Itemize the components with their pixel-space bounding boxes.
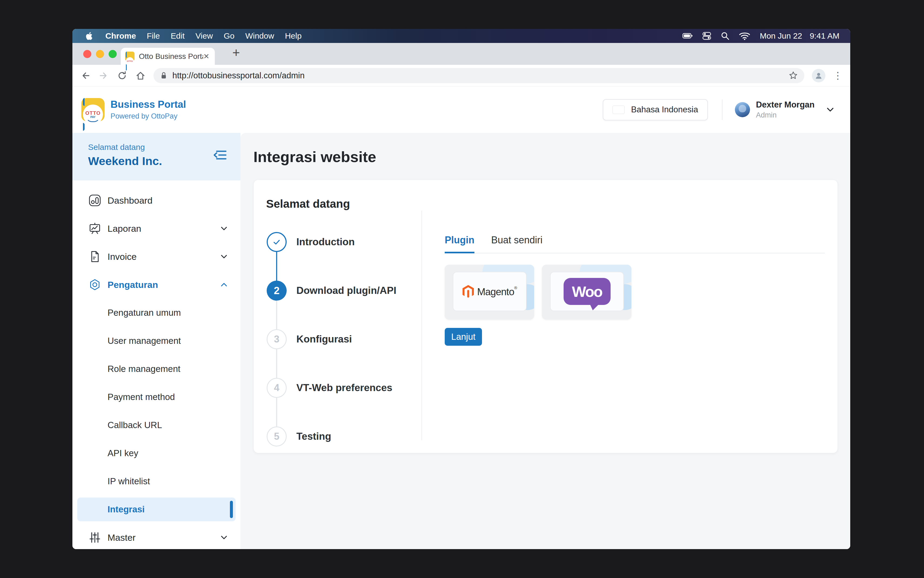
step-introduction[interactable]: Introduction (266, 218, 421, 266)
step-label: VT-Web preferences (296, 382, 392, 393)
battery-icon[interactable] (682, 32, 693, 39)
reload-button[interactable] (117, 70, 128, 81)
sidebar-item-master[interactable]: Master (72, 523, 240, 549)
apple-menu[interactable] (86, 32, 93, 40)
sidebar-item-pengaturan[interactable]: Pengaturan (72, 271, 240, 299)
wifi-icon[interactable] (739, 32, 750, 40)
menubar-item-edit[interactable]: Edit (171, 31, 185, 41)
sidebar-item-label: Laporan (107, 223, 141, 234)
dashboard-icon (89, 194, 101, 207)
invoice-icon (89, 250, 101, 263)
sidebar-subitem-integrasi-active[interactable]: Integrasi (77, 497, 235, 521)
menubar-time[interactable]: 9:41 AM (810, 31, 840, 41)
sliders-icon (89, 531, 101, 544)
sidebar-item-invoice[interactable]: Invoice (72, 242, 240, 271)
user-menu-button[interactable] (826, 106, 835, 113)
ottopay-favicon: OTTO (125, 52, 135, 61)
zoom-window-button[interactable] (109, 50, 117, 58)
sidebar-subitem-callback-url[interactable]: Callback URL (72, 411, 240, 439)
collapse-sidebar-icon (213, 149, 227, 161)
browser-tabstrip: OTTO Otto Business Portal ✕ + (72, 43, 850, 65)
address-bar[interactable]: http://ottobusinessportal.com/admin (153, 68, 804, 83)
sidebar-item-label: Dashboard (107, 195, 153, 206)
user-name: Dexter Morgan (756, 100, 815, 110)
user-avatar[interactable] (735, 102, 750, 117)
sidebar-item-dashboard[interactable]: Dashboard (72, 187, 240, 214)
menubar-item-chrome[interactable]: Chrome (106, 31, 136, 41)
magento-logo: Magento® (463, 285, 517, 298)
menubar-item-help[interactable]: Help (285, 31, 302, 41)
sidebar-subitem-user-management[interactable]: User management (72, 327, 240, 355)
step-vt-web-preferences[interactable]: 4 VT-Web preferences (266, 364, 421, 412)
bookmark-star-icon[interactable] (789, 71, 798, 80)
tab-plugin[interactable]: Plugin (445, 234, 474, 253)
menubar-date[interactable]: Mon Jun 22 (760, 31, 802, 41)
menubar-item-file[interactable]: File (147, 31, 160, 41)
browser-tab[interactable]: OTTO Otto Business Portal ✕ (121, 48, 215, 65)
url-text[interactable]: http://ottobusinessportal.com/admin (172, 71, 784, 81)
tab-buat-sendiri[interactable]: Buat sendiri (491, 234, 542, 253)
step-circle-todo: 4 (267, 378, 287, 398)
menubar-item-window[interactable]: Window (245, 31, 274, 41)
menubar-item-go[interactable]: Go (224, 31, 234, 41)
woo-bubble-tail (589, 303, 600, 310)
step-download-plugin-api[interactable]: 2 Download plugin/API (266, 266, 421, 315)
chevron-up-icon (220, 282, 228, 287)
forward-icon (98, 70, 109, 81)
sidebar-subitem-ip-whitelist[interactable]: IP whitelist (72, 467, 240, 495)
sidebar-subitem-payment-method[interactable]: Payment method (72, 383, 240, 411)
main-content: Integrasi website Selamat datang (240, 133, 850, 549)
sidebar-subitem-role-management[interactable]: Role management (72, 355, 240, 383)
chevron-down-icon (220, 534, 228, 541)
plugin-card-magento[interactable]: Magento® (445, 265, 534, 320)
forward-button[interactable] (98, 70, 109, 81)
collapse-sidebar-button[interactable] (213, 149, 227, 161)
new-tab-button[interactable]: + (232, 45, 240, 60)
continue-button[interactable]: Lanjut (445, 328, 482, 346)
tab-title: Otto Business Portal (139, 52, 203, 61)
sidebar-item-label: Master (107, 533, 136, 543)
welcome-panel: Selamat datang Weekend Inc. (72, 133, 240, 180)
step-circle-todo: 5 (267, 427, 287, 446)
apple-logo (86, 32, 93, 40)
search-icon[interactable] (721, 32, 729, 40)
sidebar-item-laporan[interactable]: Laporan (72, 214, 240, 242)
check-icon (271, 236, 283, 248)
header-divider (722, 99, 723, 120)
brand-subtitle: Powered by OttoPay (110, 112, 186, 120)
back-button[interactable] (80, 70, 91, 81)
sidebar-subitem-label: Integrasi (107, 504, 145, 515)
page-title: Integrasi website (253, 148, 838, 166)
step-testing[interactable]: 5 Testing (266, 412, 421, 461)
step-circle-done (267, 232, 287, 252)
home-icon (135, 70, 146, 81)
home-button[interactable] (135, 70, 146, 81)
step-label: Konfigurasi (296, 334, 352, 345)
ottopay-logo: OTTO PAY (81, 98, 105, 121)
active-indicator-bar (230, 501, 233, 518)
chevron-down-icon (220, 226, 228, 232)
language-label: Bahasa Indonesia (631, 105, 698, 115)
chevron-down-icon (220, 253, 228, 260)
step-circle-todo: 3 (267, 329, 287, 349)
plugin-card-woocommerce[interactable]: Woo (542, 265, 632, 320)
tab-close-icon[interactable]: ✕ (203, 52, 209, 61)
menu-kebab-icon[interactable]: ⋮ (833, 71, 843, 81)
woo-label: Woo (572, 283, 602, 300)
sidebar-subitem-api-key[interactable]: API key (72, 439, 240, 467)
macos-menubar: Chrome File Edit View Go Window Help Mon… (72, 29, 850, 43)
setup-stepper: Introduction 2 Download plugin/API 3 Kon… (266, 211, 422, 440)
control-center-icon[interactable] (702, 32, 711, 40)
minimize-window-button[interactable] (96, 50, 104, 58)
step-konfigurasi[interactable]: 3 Konfigurasi (266, 315, 421, 364)
reload-icon (117, 70, 128, 81)
logo-text: OTTO (85, 110, 101, 115)
close-window-button[interactable] (83, 50, 91, 58)
language-selector-button[interactable]: Bahasa Indonesia (603, 99, 708, 120)
report-icon (89, 222, 101, 235)
sidebar-subitem-pengaturan-umum[interactable]: Pengaturan umum (72, 299, 240, 327)
brand-title: Business Portal (110, 99, 186, 110)
browser-profile-button[interactable] (812, 69, 825, 82)
menubar-item-view[interactable]: View (195, 31, 213, 41)
screen: Chrome File Edit View Go Window Help Mon… (72, 29, 850, 549)
